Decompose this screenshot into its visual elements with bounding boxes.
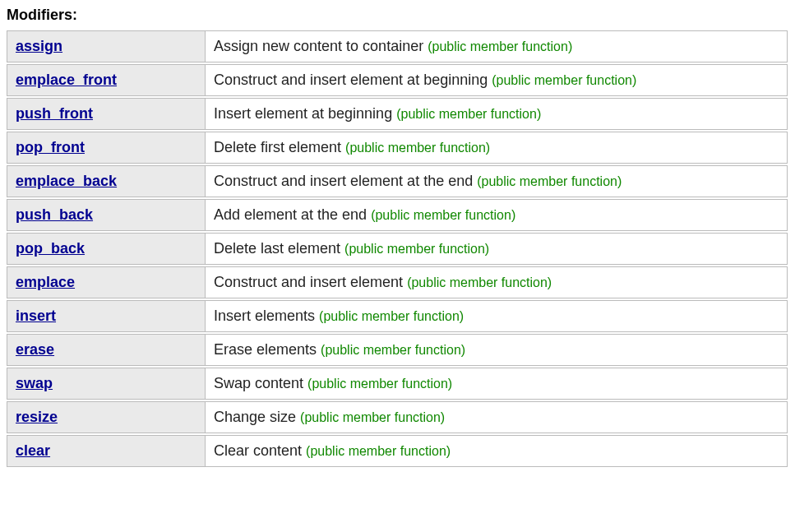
- function-name-cell: emplace: [7, 266, 206, 298]
- function-desc: Delete last element: [214, 240, 344, 257]
- function-link-swap[interactable]: swap: [16, 375, 53, 391]
- function-annotation: (public member function): [319, 309, 464, 323]
- function-link-push_front[interactable]: push_front: [16, 105, 93, 122]
- function-link-pop_front[interactable]: pop_front: [16, 139, 85, 155]
- function-name-cell: pop_front: [7, 132, 206, 164]
- function-desc-cell: Delete last element (public member funct…: [206, 233, 788, 265]
- function-annotation: (public member function): [345, 141, 490, 155]
- section-title: Modifiers:: [7, 7, 788, 24]
- function-desc: Assign new content to container: [214, 38, 428, 54]
- function-annotation: (public member function): [477, 174, 622, 188]
- function-desc-cell: Clear content (public member function): [206, 435, 788, 467]
- table-row: swapSwap content (public member function…: [7, 368, 788, 400]
- table-row: resizeChange size (public member functio…: [7, 401, 788, 433]
- function-desc: Add element at the end: [214, 206, 371, 223]
- table-row: pop_backDelete last element (public memb…: [7, 233, 788, 265]
- modifiers-table: assignAssign new content to container (p…: [7, 29, 788, 469]
- function-annotation: (public member function): [407, 275, 552, 289]
- function-name-cell: emplace_front: [7, 64, 206, 96]
- function-link-push_back[interactable]: push_back: [16, 206, 93, 223]
- function-desc-cell: Insert elements (public member function): [206, 300, 788, 332]
- table-row: emplaceConstruct and insert element (pub…: [7, 266, 788, 298]
- function-desc: Delete first element: [214, 139, 345, 155]
- function-link-insert[interactable]: insert: [16, 308, 56, 324]
- function-name-cell: emplace_back: [7, 165, 206, 197]
- function-annotation: (public member function): [300, 410, 445, 424]
- function-desc: Erase elements: [214, 341, 321, 358]
- function-name-cell: resize: [7, 401, 206, 433]
- function-name-cell: push_back: [7, 199, 206, 231]
- function-desc-cell: Insert element at beginning (public memb…: [206, 98, 788, 130]
- function-desc: Insert elements: [214, 308, 319, 324]
- function-annotation: (public member function): [492, 73, 636, 87]
- function-annotation: (public member function): [344, 242, 489, 256]
- function-desc: Insert element at beginning: [214, 105, 396, 122]
- function-annotation: (public member function): [428, 39, 572, 53]
- function-desc-cell: Construct and insert element at beginnin…: [206, 64, 788, 96]
- function-desc: Clear content: [214, 442, 306, 459]
- function-name-cell: insert: [7, 300, 206, 332]
- function-annotation: (public member function): [321, 343, 465, 357]
- function-name-cell: push_front: [7, 98, 206, 130]
- function-name-cell: swap: [7, 368, 206, 400]
- table-row: insertInsert elements (public member fun…: [7, 300, 788, 332]
- function-link-pop_back[interactable]: pop_back: [16, 240, 85, 257]
- table-row: push_backAdd element at the end (public …: [7, 199, 788, 231]
- function-desc-cell: Delete first element (public member func…: [206, 132, 788, 164]
- function-desc-cell: Add element at the end (public member fu…: [206, 199, 788, 231]
- function-desc-cell: Construct and insert element at the end …: [206, 165, 788, 197]
- function-desc: Swap content: [214, 375, 307, 391]
- function-annotation: (public member function): [307, 377, 452, 391]
- function-link-erase[interactable]: erase: [16, 341, 54, 358]
- function-annotation: (public member function): [371, 208, 515, 222]
- function-desc-cell: Change size (public member function): [206, 401, 788, 433]
- function-name-cell: assign: [7, 30, 206, 62]
- function-link-resize[interactable]: resize: [16, 409, 58, 425]
- table-row: eraseErase elements (public member funct…: [7, 334, 788, 366]
- function-annotation: (public member function): [306, 444, 451, 458]
- function-desc: Construct and insert element at beginnin…: [214, 72, 492, 88]
- function-link-emplace[interactable]: emplace: [16, 274, 75, 290]
- function-link-assign[interactable]: assign: [16, 38, 62, 54]
- function-desc: Construct and insert element: [214, 274, 407, 290]
- table-row: assignAssign new content to container (p…: [7, 30, 788, 62]
- function-name-cell: erase: [7, 334, 206, 366]
- function-desc: Change size: [214, 409, 300, 425]
- function-desc-cell: Erase elements (public member function): [206, 334, 788, 366]
- function-name-cell: clear: [7, 435, 206, 467]
- table-row: emplace_backConstruct and insert element…: [7, 165, 788, 197]
- function-link-emplace_back[interactable]: emplace_back: [16, 173, 117, 189]
- function-desc: Construct and insert element at the end: [214, 173, 477, 189]
- function-link-clear[interactable]: clear: [16, 442, 50, 459]
- function-desc-cell: Swap content (public member function): [206, 368, 788, 400]
- function-name-cell: pop_back: [7, 233, 206, 265]
- function-link-emplace_front[interactable]: emplace_front: [16, 72, 117, 88]
- function-desc-cell: Construct and insert element (public mem…: [206, 266, 788, 298]
- table-row: push_frontInsert element at beginning (p…: [7, 98, 788, 130]
- function-annotation: (public member function): [396, 107, 541, 121]
- table-row: pop_frontDelete first element (public me…: [7, 132, 788, 164]
- function-desc-cell: Assign new content to container (public …: [206, 30, 788, 62]
- table-row: emplace_frontConstruct and insert elemen…: [7, 64, 788, 96]
- table-row: clearClear content (public member functi…: [7, 435, 788, 467]
